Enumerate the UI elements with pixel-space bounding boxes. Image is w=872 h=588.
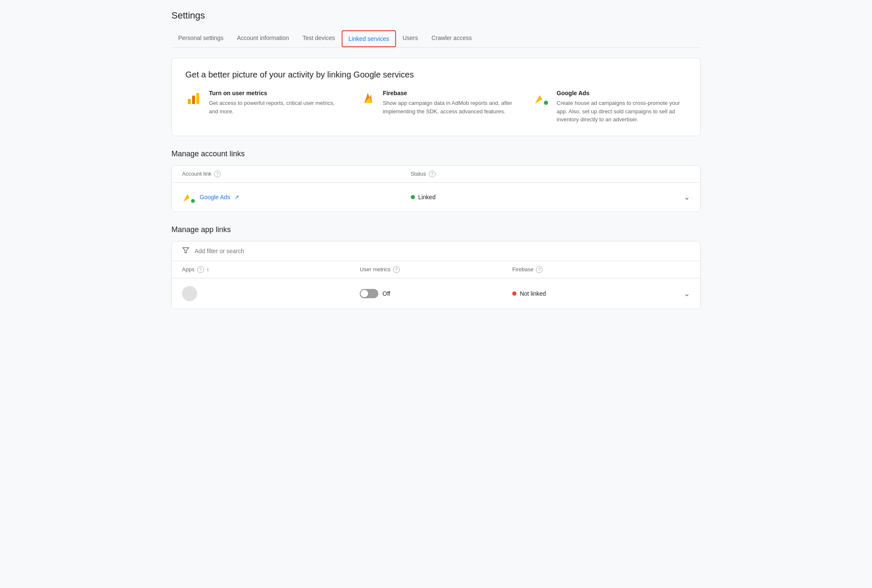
google-ads-status: Linked — [411, 194, 673, 200]
info-card-google-ads: Google Ads Create house ad campaigns to … — [533, 90, 687, 124]
app-firebase-cell: Not linked — [512, 290, 673, 297]
user-metrics-header-cell: User metrics ? — [360, 266, 512, 273]
tab-personal-settings[interactable]: Personal settings — [171, 29, 230, 48]
user-metrics-toggle-label: Off — [383, 290, 390, 297]
svg-rect-1 — [192, 96, 195, 104]
tabs-bar: Personal settings Account information Te… — [171, 29, 701, 48]
not-linked-status-label: Not linked — [520, 290, 546, 297]
google-ads-icon-large — [533, 90, 550, 107]
info-card-firebase: Firebase Show app campaign data in AdMob… — [359, 90, 513, 124]
tab-users[interactable]: Users — [396, 29, 425, 48]
page-title: Settings — [171, 10, 701, 21]
svg-point-4 — [191, 199, 195, 203]
apps-header-cell: Apps ? ↑ — [182, 266, 360, 273]
info-card-user-metrics: Turn on user metrics Get access to power… — [185, 90, 339, 124]
account-link-header-label: Account link — [182, 171, 211, 177]
info-card-google-ads-text: Google Ads Create house ad campaigns to … — [556, 90, 687, 124]
app-avatar — [182, 286, 197, 301]
svg-rect-0 — [188, 99, 191, 104]
account-link-header-cell: Account link ? — [182, 171, 411, 177]
search-row — [172, 241, 700, 261]
account-links-table-header: Account link ? Status ? — [172, 166, 700, 183]
account-link-row-google-ads[interactable]: Google Ads ↗ Linked ⌄ — [172, 183, 700, 211]
toggle-thumb — [361, 290, 368, 297]
google-ads-chevron-icon: ⌄ — [684, 193, 690, 201]
app-expand-cell[interactable]: ⌄ — [673, 289, 690, 298]
google-ads-expand-cell[interactable]: ⌄ — [673, 192, 690, 202]
tab-crawler-access[interactable]: Crawler access — [425, 29, 479, 48]
search-input[interactable] — [195, 248, 690, 254]
firebase-header-label: Firebase — [512, 266, 534, 273]
manage-app-links-title: Manage app links — [171, 225, 701, 234]
google-ads-heading: Google Ads — [556, 90, 687, 96]
google-ads-row-label: Google Ads — [200, 194, 230, 200]
user-metrics-icon — [185, 90, 202, 107]
app-firebase-status: Not linked — [512, 290, 673, 297]
filter-icon — [182, 246, 190, 256]
app-links-table-header: Apps ? ↑ User metrics ? Firebase ? — [172, 261, 700, 278]
info-card-firebase-text: Firebase Show app campaign data in AdMob… — [383, 90, 513, 115]
account-link-name-cell: Google Ads ↗ — [182, 190, 411, 204]
app-link-row[interactable]: Off Not linked ⌄ — [172, 278, 700, 309]
info-card-title: Get a better picture of your activity by… — [185, 70, 687, 80]
user-metrics-heading: Turn on user metrics — [209, 90, 339, 96]
tab-account-information[interactable]: Account information — [230, 29, 296, 48]
firebase-info-icon[interactable]: ? — [536, 266, 543, 273]
status-header-cell: Status ? — [411, 171, 673, 177]
account-links-table: Account link ? Status ? Google Ads — [171, 165, 701, 212]
google-ads-body: Create house ad campaigns to cross-promo… — [556, 99, 687, 124]
svg-rect-2 — [196, 93, 199, 104]
svg-point-3 — [544, 101, 548, 105]
google-ads-link[interactable]: Google Ads ↗ — [182, 190, 411, 204]
user-metrics-info-icon[interactable]: ? — [393, 266, 400, 273]
tab-linked-services[interactable]: Linked services — [342, 30, 396, 47]
status-header-label: Status — [411, 171, 426, 177]
app-name-cell — [182, 286, 360, 301]
google-ads-status-cell: Linked — [411, 194, 673, 200]
not-linked-status-dot — [512, 291, 516, 296]
info-card-user-metrics-text: Turn on user metrics Get access to power… — [209, 90, 339, 115]
app-row-chevron-icon: ⌄ — [684, 289, 690, 298]
app-user-metrics-cell: Off — [360, 289, 512, 298]
linked-status-label: Linked — [418, 194, 436, 200]
linked-status-dot — [411, 195, 415, 199]
apps-info-icon[interactable]: ? — [197, 266, 204, 273]
manage-account-links-title: Manage account links — [171, 150, 701, 158]
user-metrics-toggle[interactable] — [360, 289, 378, 298]
user-metrics-header-label: User metrics — [360, 266, 391, 273]
firebase-heading: Firebase — [383, 90, 513, 96]
apps-header-label: Apps — [182, 266, 195, 273]
tab-test-devices[interactable]: Test devices — [296, 29, 342, 48]
firebase-body: Show app campaign data in AdMob reports … — [383, 99, 513, 115]
status-info-icon[interactable]: ? — [429, 171, 436, 177]
app-links-table: Apps ? ↑ User metrics ? Firebase ? — [171, 241, 701, 309]
apps-sort-icon[interactable]: ↑ — [206, 266, 209, 273]
user-metrics-body: Get access to powerful reports, critical… — [209, 99, 339, 115]
firebase-icon — [359, 90, 376, 107]
external-link-icon: ↗ — [234, 194, 239, 200]
info-card-items: Turn on user metrics Get access to power… — [185, 90, 687, 124]
info-card: Get a better picture of your activity by… — [171, 58, 701, 136]
firebase-header-cell: Firebase ? — [512, 266, 673, 273]
user-metrics-toggle-container: Off — [360, 289, 512, 298]
account-link-info-icon[interactable]: ? — [214, 171, 221, 177]
